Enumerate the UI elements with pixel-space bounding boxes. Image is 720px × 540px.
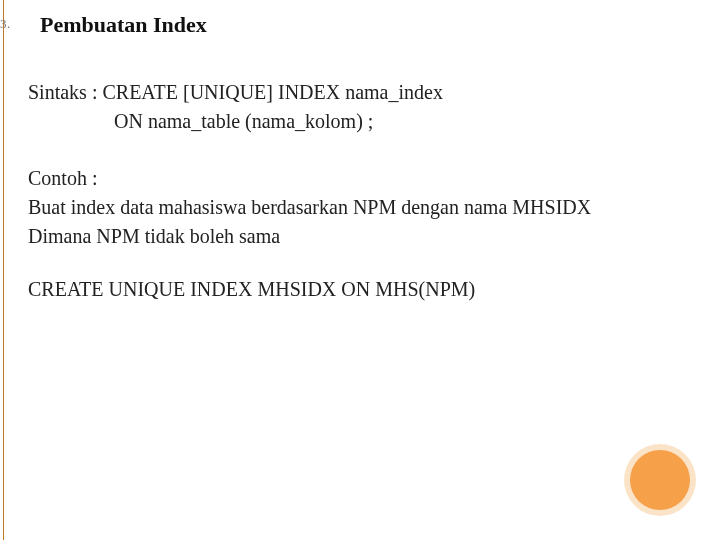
list-number: 3. bbox=[0, 16, 11, 32]
slide-body: Sintaks : CREATE [UNIQUE] INDEX nama_ind… bbox=[28, 80, 696, 306]
slide: 3. Pembuatan Index Sintaks : CREATE [UNI… bbox=[0, 0, 720, 540]
syntax-line-1: Sintaks : CREATE [UNIQUE] INDEX nama_ind… bbox=[28, 80, 696, 105]
example-line-1: Buat index data mahasiswa berdasarkan NP… bbox=[28, 195, 696, 220]
slide-title: Pembuatan Index bbox=[40, 12, 207, 38]
example-line-2: Dimana NPM tidak boleh sama bbox=[28, 224, 696, 249]
decorative-circle-icon bbox=[630, 450, 690, 510]
example-label: Contoh : bbox=[28, 166, 696, 191]
example-sql: CREATE UNIQUE INDEX MHSIDX ON MHS(NPM) bbox=[28, 277, 696, 302]
left-border-rule bbox=[3, 0, 4, 540]
syntax-line-2: ON nama_table (nama_kolom) ; bbox=[28, 109, 696, 134]
